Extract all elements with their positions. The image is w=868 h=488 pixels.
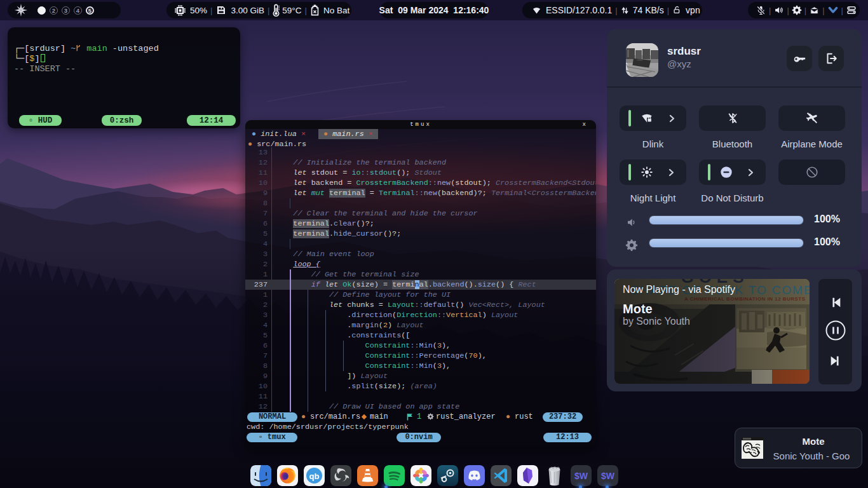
svg-text:qb: qb bbox=[309, 471, 320, 481]
svg-text:$W: $W bbox=[574, 471, 588, 481]
svg-text:$W: $W bbox=[601, 471, 615, 481]
